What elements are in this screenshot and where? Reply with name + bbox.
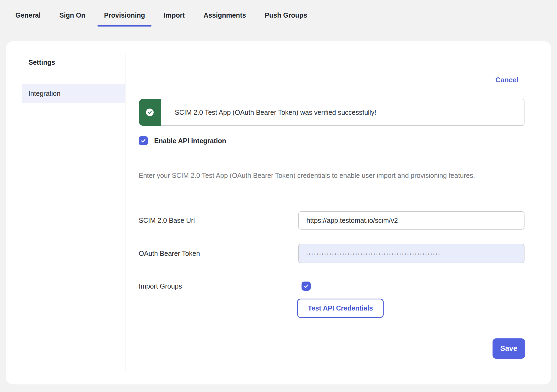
import-groups-checkbox-wrap bbox=[298, 282, 311, 291]
tab-general[interactable]: General bbox=[9, 5, 47, 26]
sidebar-item-integration[interactable]: Integration bbox=[22, 84, 125, 103]
sidebar-item-label: Integration bbox=[28, 90, 60, 97]
import-groups-row: Import Groups bbox=[139, 282, 524, 291]
settings-card: Settings Integration Cancel SCIM 2.0 Tes… bbox=[6, 41, 551, 384]
check-circle-icon bbox=[146, 109, 154, 116]
sidebar: Settings Integration bbox=[6, 54, 125, 371]
app-tab-bar: GeneralSign OnProvisioningImportAssignme… bbox=[0, 0, 557, 26]
token-input[interactable]: ••••••••••••••••••••••••••••••••••••••••… bbox=[298, 244, 524, 263]
success-banner-icon-block bbox=[139, 99, 161, 126]
enable-api-checkbox[interactable] bbox=[139, 136, 148, 145]
tab-push-groups[interactable]: Push Groups bbox=[258, 5, 314, 26]
cancel-link[interactable]: Cancel bbox=[496, 76, 519, 84]
sidebar-section-settings: Settings bbox=[28, 58, 55, 66]
token-row: OAuth Bearer Token •••••••••••••••••••••… bbox=[139, 244, 524, 263]
base-url-label: SCIM 2.0 Base Url bbox=[139, 217, 298, 224]
base-url-row: SCIM 2.0 Base Url https://app.testomat.i… bbox=[139, 211, 524, 230]
token-label: OAuth Bearer Token bbox=[139, 250, 298, 257]
save-button[interactable]: Save bbox=[493, 338, 525, 359]
test-api-credentials-button[interactable]: Test API Credentials bbox=[297, 299, 384, 318]
success-banner-message: SCIM 2.0 Test App (OAuth Bearer Token) w… bbox=[161, 99, 524, 126]
tab-assignments[interactable]: Assignments bbox=[197, 5, 252, 26]
base-url-value: https://app.testomat.io/scim/v2 bbox=[306, 217, 398, 224]
token-masked-value: ••••••••••••••••••••••••••••••••••••••••… bbox=[306, 252, 441, 256]
credentials-description: Enter your SCIM 2.0 Test App (OAuth Bear… bbox=[139, 169, 527, 182]
enable-api-row: Enable API integration bbox=[139, 136, 226, 145]
import-groups-checkbox[interactable] bbox=[302, 282, 311, 291]
success-banner: SCIM 2.0 Test App (OAuth Bearer Token) w… bbox=[139, 99, 524, 126]
enable-api-label: Enable API integration bbox=[154, 137, 226, 145]
tab-provisioning[interactable]: Provisioning bbox=[98, 5, 151, 26]
base-url-input[interactable]: https://app.testomat.io/scim/v2 bbox=[298, 211, 524, 230]
tab-import[interactable]: Import bbox=[157, 5, 191, 26]
import-groups-label: Import Groups bbox=[139, 282, 298, 290]
tab-sign-on[interactable]: Sign On bbox=[53, 5, 92, 26]
